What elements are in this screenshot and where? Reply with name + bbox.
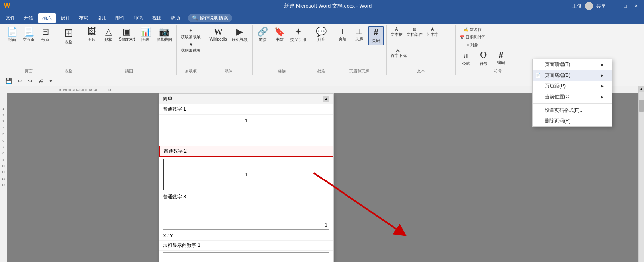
- ribbon-group-symbol: ✍ 签名行 📅 日期和时间 ○ 对象 π 公式 Ω: [456, 25, 540, 75]
- ctx-submenu-arrow: ▶: [601, 62, 604, 67]
- ribbon-btn-datetime[interactable]: 📅 日期和时间: [458, 34, 487, 41]
- ribbon-btn-header[interactable]: ⊤ 页眉: [335, 26, 350, 43]
- maximize-btn[interactable]: □: [622, 3, 629, 9]
- ribbon-btn-picture[interactable]: 🖼 图片: [84, 26, 100, 44]
- ribbon-btn-wiki[interactable]: W Wikipedia: [207, 26, 229, 43]
- ribbon-btn-textbox[interactable]: A 文本框: [389, 26, 404, 38]
- print-btn[interactable]: 🖨: [36, 77, 46, 85]
- menu-review[interactable]: 审阅: [130, 13, 147, 23]
- ctx-separator: [533, 103, 612, 104]
- redo-btn[interactable]: ↪: [26, 77, 35, 85]
- preview-num-2: 1: [245, 172, 248, 177]
- page-preview-bold1: 1/1: [163, 252, 329, 262]
- ribbon-btn-blank[interactable]: 📃 空白页: [21, 26, 37, 44]
- share-label[interactable]: 共享: [596, 3, 606, 10]
- ribbon-btn-bookmark[interactable]: 🔖 书签: [272, 26, 288, 44]
- ribbon-group-page: 📄 封面 📃 空白页 ⊟ 分页 页面: [2, 25, 56, 75]
- ribbon-btn-wordart[interactable]: A 艺术字: [425, 26, 440, 38]
- menu-home[interactable]: 开始: [20, 13, 37, 23]
- ctx-page-bottom[interactable]: 📄 页面底端(B) ▶: [533, 70, 612, 81]
- ribbon-btn-getaddin[interactable]: ＋ 获取加载项: [179, 26, 202, 41]
- dropdown-scroll-up[interactable]: ▲: [323, 96, 329, 102]
- ribbon-btn-crossref[interactable]: ✦ 交叉引用: [288, 26, 308, 44]
- formula-icon: π: [464, 50, 468, 60]
- preview-num-3: 1: [323, 221, 329, 229]
- menu-layout[interactable]: 布局: [75, 13, 92, 23]
- menu-insert[interactable]: 插入: [38, 13, 56, 23]
- ribbon-btn-bianma[interactable]: # 编码: [493, 50, 509, 67]
- scroll-thumb[interactable]: [639, 100, 644, 112]
- scrollbar-vertical[interactable]: ▲ ▼: [638, 86, 644, 262]
- ribbon-btn-table[interactable]: ⊞ 表格: [59, 26, 78, 46]
- ruler-mark: 8: [2, 150, 4, 156]
- menu-references[interactable]: 引用: [93, 13, 111, 23]
- ctx-margin[interactable]: 页边距(P) ▶: [533, 81, 612, 91]
- ruler-mark: 11: [2, 169, 5, 175]
- ribbon-btn-dropcap[interactable]: A↓ 首字下沉: [389, 47, 408, 59]
- pagenum-item-3[interactable]: 普通数字 3: [159, 192, 333, 202]
- menu-view[interactable]: 视图: [148, 13, 166, 23]
- search-box[interactable]: 🔍 操作说明搜索: [188, 14, 232, 22]
- close-btn[interactable]: ×: [632, 3, 640, 9]
- ribbon-group-table: ⊞ 表格 表格: [56, 25, 81, 75]
- cover-icon: 📄: [7, 27, 18, 36]
- menu-help[interactable]: 帮助: [166, 13, 184, 23]
- ribbon-btn-smartart[interactable]: ▣ SmartArt: [117, 26, 137, 43]
- ribbon-btn-footer[interactable]: ⊥ 页脚: [351, 26, 367, 43]
- myaddin-icon: ♥: [190, 42, 192, 47]
- menu-mail[interactable]: 邮件: [112, 13, 129, 23]
- ctx-format[interactable]: 设置页码格式(F)...: [533, 105, 612, 116]
- ribbon-btn-docpart[interactable]: ⊞ 文档部件: [405, 26, 424, 38]
- scroll-up-btn[interactable]: ▲: [639, 86, 644, 92]
- ribbon-btn-cover[interactable]: 📄 封面: [4, 26, 20, 44]
- pagenum-item-2[interactable]: 普通数字 2: [159, 146, 333, 157]
- ribbon-btn-video[interactable]: ▶ 联机视频: [230, 26, 250, 44]
- customize-btn[interactable]: ▾: [47, 77, 54, 85]
- wordart-icon: A: [431, 27, 434, 31]
- ribbon-btn-signline[interactable]: ✍ 签名行: [458, 26, 487, 33]
- window-title: 新建 Microsoft Word 文档.docx - Word: [84, 2, 572, 10]
- chart-icon: 📊: [140, 27, 151, 36]
- pagenum-item-1[interactable]: 普通数字 1: [159, 104, 333, 115]
- ribbon-btn-comment[interactable]: 💬 批注: [313, 26, 329, 44]
- blank-icon: 📃: [23, 27, 34, 36]
- symbol-icon: Ω: [480, 50, 487, 60]
- pagenum-item-xy[interactable]: X / Y: [159, 231, 333, 241]
- ribbon-btn-pagenum[interactable]: # 页码: [368, 26, 384, 45]
- link-icon: 🔗: [257, 27, 268, 36]
- ribbon-btn-myaddin[interactable]: ♥ 我的加载项: [179, 41, 202, 54]
- ribbon-btn-screenshot[interactable]: 📷 屏幕截图: [154, 26, 174, 44]
- pagenum-item-bold1[interactable]: 加粗显示的数字 1: [159, 241, 333, 251]
- ruler-mark: 13: [2, 182, 5, 188]
- user-name: 王俊: [572, 3, 582, 10]
- scroll-track[interactable]: [639, 92, 644, 262]
- ribbon-btn-shape[interactable]: △ 形状: [100, 26, 116, 44]
- undo-btn[interactable]: ↩: [16, 77, 24, 85]
- ribbon-btn-chart[interactable]: 📊 图表: [137, 26, 153, 44]
- ribbon-btn-formula[interactable]: π 公式: [458, 49, 474, 68]
- ruler-mark: 3: [2, 118, 4, 124]
- dropdown-title: 简单: [163, 95, 172, 102]
- group-label-headerfooter: 页眉和页脚: [335, 68, 384, 75]
- ribbon-btn-pagebreak[interactable]: ⊟ 分页: [37, 26, 53, 44]
- ctx-remove-label: 删除页码(R): [545, 118, 571, 124]
- menu-file[interactable]: 文件: [2, 13, 19, 23]
- group-label-comment: 批注: [313, 68, 329, 75]
- ruler-mark: 5: [2, 131, 4, 137]
- textbox-icon: A: [395, 27, 398, 31]
- save-btn[interactable]: 💾: [3, 77, 14, 85]
- ctx-current[interactable]: 当前位置(C) ▶: [533, 91, 612, 102]
- ctx-page-bottom-label: 页面底端(B): [545, 72, 570, 79]
- pagenum-label-1: 普通数字 1: [163, 106, 186, 112]
- group-label-link: 链接: [255, 68, 308, 75]
- ribbon-btn-symbol[interactable]: Ω 符号: [476, 49, 491, 68]
- minimize-btn[interactable]: －: [609, 3, 619, 10]
- ribbon-btn-object[interactable]: ○ 对象: [458, 41, 487, 49]
- ribbon-group-text: A 文本框 ⊞ 文档部件 A 艺术字 A↓ 首字下沉 文本: [387, 25, 456, 75]
- ribbon-btn-link[interactable]: 🔗 链接: [255, 26, 271, 44]
- menu-design[interactable]: 设计: [57, 13, 74, 23]
- pagenum-label-3: 普通数字 3: [163, 194, 186, 200]
- ctx-remove[interactable]: 删除页码(R): [533, 116, 612, 126]
- search-icon: 🔍: [192, 15, 198, 21]
- ctx-page-top[interactable]: 页面顶端(T) ▶: [533, 59, 612, 70]
